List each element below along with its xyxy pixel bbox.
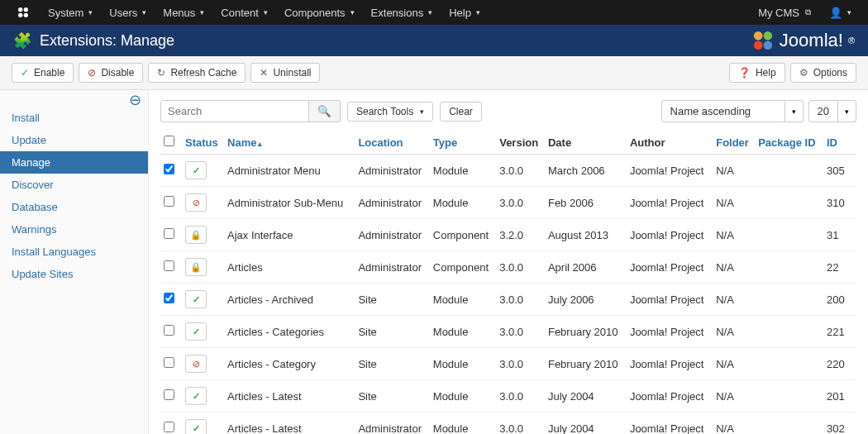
cell-package-id bbox=[755, 187, 823, 219]
main-content: 🔍 Search Tools▾ Clear Name ascending ▾ 2… bbox=[149, 90, 868, 434]
row-checkbox[interactable] bbox=[164, 389, 174, 400]
row-checkbox[interactable] bbox=[164, 260, 174, 271]
limit-select-caret[interactable]: ▾ bbox=[838, 100, 856, 122]
cell-package-id bbox=[755, 219, 823, 251]
cell-date: July 2006 bbox=[545, 284, 627, 316]
sidebar: ⊖ InstallUpdateManageDiscoverDatabaseWar… bbox=[0, 90, 149, 434]
cell-name: Articles - Latest bbox=[224, 380, 355, 413]
cell-author: Joomla! Project bbox=[627, 219, 713, 251]
row-checkbox[interactable] bbox=[164, 293, 174, 303]
col-type[interactable]: Type bbox=[430, 131, 496, 155]
joomla-logo: Joomla!® bbox=[751, 29, 855, 52]
row-checkbox[interactable] bbox=[164, 196, 174, 207]
col-folder[interactable]: Folder bbox=[713, 131, 755, 155]
uninstall-button[interactable]: ✕Uninstall bbox=[250, 63, 320, 83]
check-all[interactable] bbox=[164, 136, 174, 146]
cell-location: Site bbox=[355, 348, 429, 380]
search-icon: 🔍 bbox=[317, 105, 331, 117]
cell-folder: N/A bbox=[713, 219, 755, 251]
options-button[interactable]: ⚙Options bbox=[790, 63, 856, 83]
cell-type: Module bbox=[430, 155, 496, 187]
cell-type: Module bbox=[430, 316, 496, 348]
cell-date: July 2004 bbox=[545, 380, 627, 413]
cell-name: Articles - Categories bbox=[224, 316, 355, 348]
status-toggle[interactable]: ⊘ bbox=[185, 193, 207, 212]
chevron-down-icon: ▾ bbox=[420, 107, 424, 116]
cell-author: Joomla! Project bbox=[627, 155, 713, 187]
topnav-item-extensions[interactable]: Extensions▾ bbox=[363, 2, 441, 24]
topnav-item-users[interactable]: Users▾ bbox=[101, 2, 155, 24]
sort-select[interactable]: Name ascending bbox=[661, 100, 785, 122]
row-checkbox[interactable] bbox=[164, 422, 174, 432]
sidebar-item-warnings[interactable]: Warnings bbox=[0, 218, 148, 241]
row-checkbox[interactable] bbox=[164, 164, 174, 174]
row-checkbox[interactable] bbox=[164, 357, 174, 368]
topnav-item-components[interactable]: Components▾ bbox=[276, 2, 363, 24]
search-tools-button[interactable]: Search Tools▾ bbox=[347, 102, 433, 122]
status-toggle[interactable]: ✓ bbox=[185, 161, 207, 179]
site-link[interactable]: My CMS⧉ bbox=[750, 2, 819, 24]
cell-package-id bbox=[755, 348, 823, 380]
cell-name: Articles - Latest bbox=[224, 413, 355, 435]
table-row: ⊘Articles - CategorySiteModule3.0.0Febru… bbox=[160, 348, 856, 380]
col-location[interactable]: Location bbox=[355, 131, 429, 155]
cell-name: Administrator Sub-Menu bbox=[224, 187, 355, 219]
topnav-item-menus[interactable]: Menus▾ bbox=[155, 2, 212, 24]
col-name[interactable]: Name▴ bbox=[224, 131, 355, 155]
cell-name: Articles - Category bbox=[224, 348, 355, 380]
chevron-down-icon: ▾ bbox=[264, 8, 268, 17]
status-toggle[interactable]: ⊘ bbox=[185, 355, 207, 373]
col-author: Author bbox=[627, 131, 713, 155]
enable-button[interactable]: ✓Enable bbox=[12, 63, 74, 83]
limit-select[interactable]: 20 bbox=[808, 100, 838, 122]
cell-package-id bbox=[755, 284, 823, 316]
clear-button[interactable]: Clear bbox=[440, 102, 482, 122]
row-checkbox[interactable] bbox=[164, 325, 174, 336]
cell-author: Joomla! Project bbox=[627, 413, 713, 435]
user-menu[interactable]: 👤▾ bbox=[821, 2, 860, 24]
sort-select-caret[interactable]: ▾ bbox=[785, 100, 804, 122]
disable-button[interactable]: ⊘Disable bbox=[79, 63, 143, 83]
sidebar-item-discover[interactable]: Discover bbox=[0, 174, 148, 196]
col-status[interactable]: Status bbox=[182, 131, 224, 155]
cell-location: Administrator bbox=[355, 251, 429, 284]
page-title: Extensions: Manage bbox=[40, 32, 174, 50]
sidebar-item-install[interactable]: Install bbox=[0, 107, 148, 129]
gear-icon: ⚙ bbox=[799, 67, 808, 79]
row-checkbox[interactable] bbox=[164, 228, 174, 239]
topnav-item-system[interactable]: System▾ bbox=[40, 2, 101, 24]
col-id[interactable]: ID bbox=[823, 131, 856, 155]
topnav-item-help[interactable]: Help▾ bbox=[441, 2, 489, 24]
sidebar-item-update-sites[interactable]: Update Sites bbox=[0, 263, 148, 285]
cell-id: 310 bbox=[823, 187, 856, 219]
cell-author: Joomla! Project bbox=[627, 380, 713, 413]
joomla-home-icon[interactable] bbox=[8, 1, 38, 24]
cell-location: Site bbox=[355, 284, 429, 316]
sidebar-item-manage[interactable]: Manage bbox=[0, 151, 148, 174]
sidebar-collapse-icon[interactable]: ⊖ bbox=[129, 91, 141, 109]
status-toggle: 🔒 bbox=[185, 258, 207, 276]
topnav-right: My CMS⧉ 👤▾ bbox=[750, 2, 860, 24]
status-toggle[interactable]: ✓ bbox=[185, 322, 207, 341]
cell-author: Joomla! Project bbox=[627, 348, 713, 380]
refresh-cache-button[interactable]: ↻Refresh Cache bbox=[148, 63, 246, 83]
sidebar-item-update[interactable]: Update bbox=[0, 129, 148, 151]
status-toggle[interactable]: ✓ bbox=[185, 419, 207, 434]
enabled-icon: ✓ bbox=[193, 294, 200, 305]
search-input[interactable] bbox=[160, 100, 309, 122]
sidebar-item-install-languages[interactable]: Install Languages bbox=[0, 241, 148, 263]
sidebar-item-database[interactable]: Database bbox=[0, 196, 148, 218]
col-package-id[interactable]: Package ID bbox=[755, 131, 823, 155]
status-toggle[interactable]: ✓ bbox=[185, 290, 207, 308]
cell-id: 200 bbox=[823, 284, 856, 316]
help-button[interactable]: ❓Help bbox=[729, 63, 785, 83]
cell-version: 3.0.0 bbox=[496, 155, 545, 187]
table-row: ⊘Administrator Sub-MenuAdministratorModu… bbox=[160, 187, 856, 219]
table-row: ✓Articles - ArchivedSiteModule3.0.0July … bbox=[160, 284, 856, 316]
status-toggle[interactable]: ✓ bbox=[185, 387, 207, 405]
search-button[interactable]: 🔍 bbox=[309, 100, 341, 122]
cell-version: 3.0.0 bbox=[496, 187, 545, 219]
topnav-item-content[interactable]: Content▾ bbox=[212, 2, 276, 24]
cell-folder: N/A bbox=[713, 348, 755, 380]
cell-id: 22 bbox=[823, 251, 856, 284]
